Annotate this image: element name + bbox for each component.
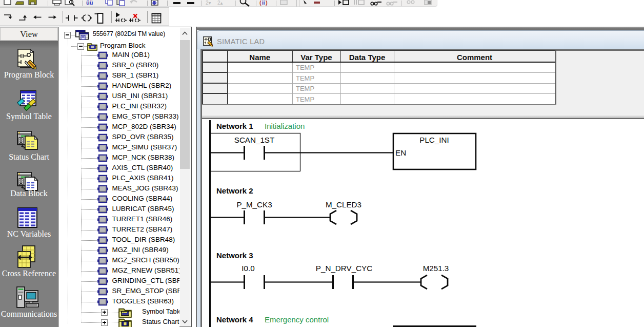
svg-text:PLC_INI: PLC_INI [419, 136, 449, 144]
svg-text:ii: ii [262, 0, 265, 6]
svg-text:Network 4: Network 4 [216, 315, 253, 324]
svg-text:EN: EN [395, 148, 406, 157]
svg-text:P_M_CK3: P_M_CK3 [236, 200, 272, 209]
svg-text:2▴: 2▴ [217, 0, 223, 6]
svg-text:Initialization: Initialization [265, 122, 305, 130]
svg-text:2▾: 2▾ [206, 0, 211, 6]
svg-text:Network 1: Network 1 [216, 122, 253, 130]
svg-text:I0.0: I0.0 [242, 264, 254, 273]
svg-text:SCAN_1ST: SCAN_1ST [234, 136, 275, 144]
svg-text:Network 3: Network 3 [216, 251, 253, 260]
svg-text:M251.3: M251.3 [423, 264, 449, 273]
svg-text:(: ( [259, 0, 261, 6]
svg-text:M_CLED3: M_CLED3 [326, 200, 361, 209]
svg-text:Emergency control: Emergency control [265, 315, 329, 324]
svg-text:üü: üü [86, 0, 93, 6]
svg-text:P_N_DRV_CYC: P_N_DRV_CYC [316, 264, 372, 273]
svg-text:Network 2: Network 2 [216, 186, 253, 195]
svg-text:): ) [266, 0, 268, 6]
